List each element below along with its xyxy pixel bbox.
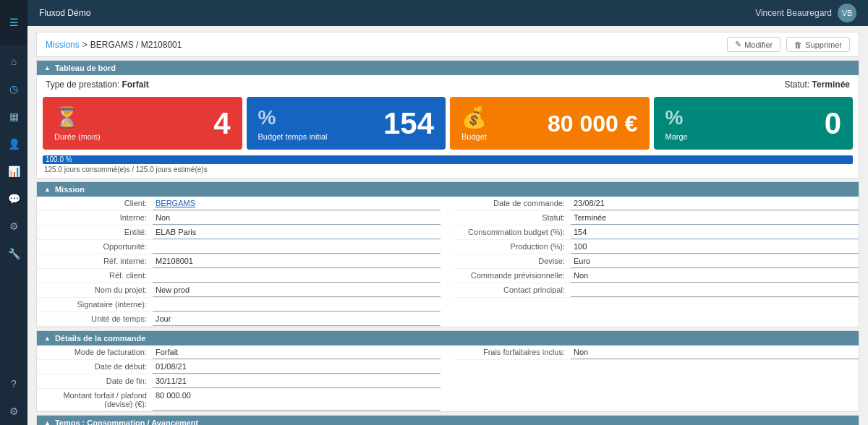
breadcrumb-missions-link[interactable]: Missions	[46, 40, 80, 50]
mission-statut-row: Statut: Terminée	[455, 211, 859, 226]
ref-interne-value: M2108001	[153, 254, 441, 268]
page-content: Missions > BERGAMS / M2108001 ✎ Modifier…	[27, 26, 868, 425]
tools-icon[interactable]: ⚙	[6, 218, 22, 234]
date-fin-label: Date de fin:	[37, 374, 153, 388]
devise-label: Devise:	[455, 254, 571, 268]
supprimer-button[interactable]: 🗑 Supprimer	[786, 37, 850, 52]
temps-collapse-icon: ▲	[44, 419, 51, 425]
kpi-marge-label: Marge	[665, 132, 688, 141]
date-fin-value: 30/11/21	[153, 374, 441, 388]
interne-value: Non	[153, 211, 441, 225]
devise-row: Devise: Euro	[455, 254, 859, 269]
help-icon[interactable]: ?	[6, 376, 22, 392]
opportunite-label: Opportunité:	[37, 240, 153, 254]
wrench-icon[interactable]: 🔧	[6, 246, 22, 262]
statut-area: Statut: Terminée	[785, 80, 851, 90]
tableau-de-bord-header[interactable]: ▲ Tableau de bord	[37, 61, 859, 75]
montant-forfait-row: Montant forfait / plafond (devise) (€): …	[37, 389, 441, 411]
commande-prev-value: Non	[571, 269, 859, 283]
devise-value: Euro	[571, 254, 859, 268]
kpi-budget-temps: % Budget temps initial 154	[247, 97, 446, 150]
wallet-icon: 💰	[461, 106, 487, 129]
breadcrumb-nav: Missions > BERGAMS / M2108001	[46, 40, 182, 50]
nom-projet-value: New prod	[153, 283, 441, 297]
client-row: Client: BERGAMS	[37, 197, 441, 211]
mode-facturation-label: Mode de facturation:	[37, 345, 153, 359]
percent-icon: %	[258, 106, 328, 129]
mode-facturation-value: Forfait	[153, 345, 441, 359]
frais-forfait-row: Frais forfaitaires inclus: Non	[455, 345, 859, 360]
settings-icon[interactable]: ⚙	[6, 403, 22, 419]
menu-icon[interactable]: ☰	[6, 14, 22, 30]
entite-row: Entité: ELAB Paris	[37, 226, 441, 240]
temps-panel: ▲ Temps : Consommation / Avancement Budg…	[36, 415, 859, 425]
date-commande-label: Date de commande:	[455, 197, 571, 210]
details-left-col: Mode de facturation: Forfait Date de déb…	[37, 345, 441, 411]
details-commande-header[interactable]: ▲ Détails de la commande	[37, 331, 859, 345]
hourglass-icon: ⏳	[54, 106, 101, 129]
kpi-row: ⏳ Durée (mois) 4 % Budget temps initial …	[37, 94, 859, 153]
home-icon[interactable]: ⌂	[6, 53, 22, 69]
clock-icon[interactable]: ◷	[6, 81, 22, 97]
kpi-marge-left: % Marge	[665, 106, 688, 141]
mission-right-col: Date de commande: 23/08/21 Statut: Termi…	[455, 197, 859, 327]
user-icon[interactable]: 👤	[6, 136, 22, 152]
breadcrumb-actions: ✎ Modifier 🗑 Supprimer	[727, 37, 850, 52]
commande-prev-row: Commande prévisionnelle: Non	[455, 269, 859, 283]
montant-forfait-value: 80 000.00	[153, 389, 441, 411]
mission-label: Mission	[55, 185, 85, 194]
unite-temps-value: Jour	[153, 312, 441, 326]
frais-forfait-label: Frais forfaitaires inclus:	[455, 345, 571, 359]
entite-label: Entité:	[37, 226, 153, 239]
client-value: BERGAMS	[153, 197, 441, 210]
breadcrumb-separator: >	[82, 40, 88, 50]
modifier-button[interactable]: ✎ Modifier	[727, 37, 780, 52]
tableau-de-bord-panel: ▲ Tableau de bord Type de prestation: Fo…	[36, 60, 859, 179]
mission-statut-label: Statut:	[455, 211, 571, 225]
sidebar-logo-area: ☰	[0, 0, 27, 45]
kpi-marge-value: 0	[825, 108, 841, 139]
calendar-icon[interactable]: ▦	[6, 108, 22, 124]
contact-principal-row: Contact principal:	[455, 283, 859, 298]
mission-data: Client: BERGAMS Interne: Non Entité: ELA…	[37, 197, 859, 327]
tableau-de-bord-label: Tableau de bord	[55, 64, 116, 72]
details-divider	[441, 345, 455, 411]
user-avatar[interactable]: VB	[838, 4, 856, 22]
breadcrumb-current: BERGAMS / M2108001	[90, 40, 182, 50]
ref-interne-row: Réf. interne: M2108001	[37, 254, 441, 269]
type-prestation-label: Type de prestation:	[46, 80, 119, 90]
ref-client-value	[153, 269, 441, 283]
contact-principal-label: Contact principal:	[455, 283, 571, 297]
nom-projet-row: Nom du projet: New prod	[37, 283, 441, 298]
kpi-duree-left: ⏳ Durée (mois)	[54, 106, 101, 141]
details-right-col: Frais forfaitaires inclus: Non	[455, 345, 859, 411]
date-debut-label: Date de début:	[37, 360, 153, 374]
kpi-budget-value: 80 000 €	[548, 112, 638, 135]
topbar: Fluxod Démo Vincent Beauregard VB	[27, 0, 868, 26]
delete-icon: 🗑	[794, 40, 802, 49]
kpi-budget-temps-left: % Budget temps initial	[258, 106, 328, 141]
statut-label: Statut:	[785, 80, 810, 90]
mission-header[interactable]: ▲ Mission	[37, 182, 859, 197]
temps-header[interactable]: ▲ Temps : Consommation / Avancement	[37, 416, 859, 425]
main-content: Fluxod Démo Vincent Beauregard VB Missio…	[27, 0, 868, 425]
kpi-budget-left: 💰 Budget	[461, 106, 487, 141]
kpi-duree-label: Durée (mois)	[54, 132, 101, 141]
mission-panel: ▲ Mission Client: BERGAMS Interne: Non E…	[36, 181, 859, 327]
client-link[interactable]: BERGAMS	[156, 199, 195, 207]
progress-percent: 100.0 %	[46, 155, 72, 164]
date-fin-row: Date de fin: 30/11/21	[37, 374, 441, 389]
user-area: Vincent Beauregard VB	[755, 4, 856, 22]
details-commande-panel: ▲ Détails de la commande Mode de factura…	[36, 330, 859, 412]
unite-temps-label: Unité de temps:	[37, 312, 153, 326]
entite-value: ELAB Paris	[153, 226, 441, 239]
date-commande-value: 23/08/21	[571, 197, 859, 210]
progress-bar-bg: 100.0 %	[43, 155, 853, 164]
progress-labels: 125.0 jours consommé(e)s / 125.0 jours e…	[43, 166, 853, 173]
details-collapse-icon: ▲	[44, 335, 51, 342]
opportunite-value	[153, 240, 441, 254]
details-commande-label: Détails de la commande	[55, 334, 145, 343]
chat-icon[interactable]: 💬	[6, 191, 22, 207]
chart-icon[interactable]: 📊	[6, 163, 22, 179]
interne-row: Interne: Non	[37, 211, 441, 226]
